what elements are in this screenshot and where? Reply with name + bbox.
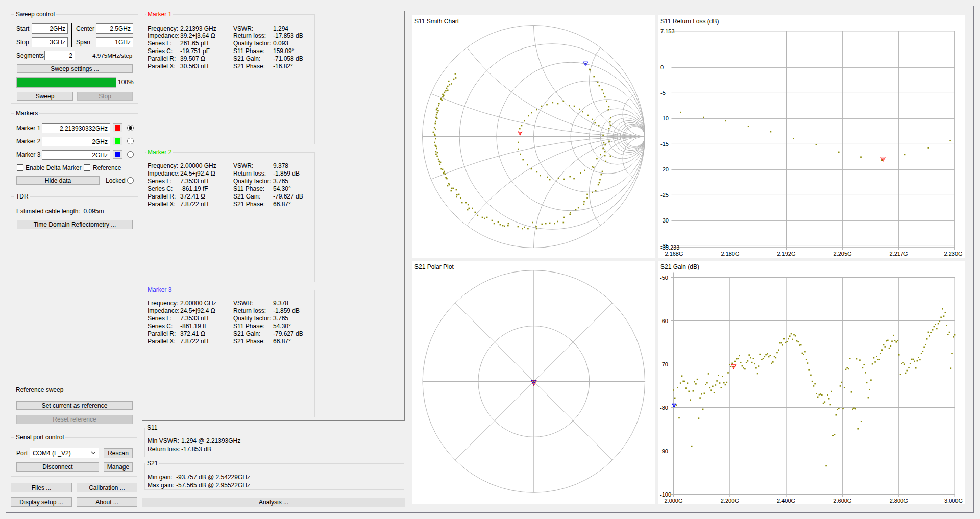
svg-text:-35.233: -35.233 xyxy=(660,244,679,251)
svg-text:3.000G: 3.000G xyxy=(944,497,963,503)
svg-text:-50: -50 xyxy=(660,274,668,280)
svg-text:-25: -25 xyxy=(660,192,669,198)
svg-text:-80: -80 xyxy=(660,404,668,410)
svg-text:2.192G: 2.192G xyxy=(777,251,795,257)
svg-text:2.800G: 2.800G xyxy=(890,497,908,503)
svg-text:2.200G: 2.200G xyxy=(721,497,739,503)
svg-text:2.230G: 2.230G xyxy=(944,251,963,257)
svg-text:7.153: 7.153 xyxy=(660,28,675,34)
svg-text:2.180G: 2.180G xyxy=(721,251,739,257)
svg-text:-5: -5 xyxy=(660,90,666,96)
svg-text:-70: -70 xyxy=(660,361,668,367)
svg-text:-100: -100 xyxy=(660,491,671,497)
svg-text:2.000G: 2.000G xyxy=(664,497,682,503)
svg-text:-20: -20 xyxy=(660,166,669,172)
svg-text:2.400G: 2.400G xyxy=(777,497,795,503)
svg-text:2.168G: 2.168G xyxy=(665,251,683,257)
svg-text:2.600G: 2.600G xyxy=(833,497,851,503)
svg-text:-10: -10 xyxy=(660,115,669,121)
svg-text:-15: -15 xyxy=(660,141,669,147)
svg-text:-90: -90 xyxy=(660,448,668,454)
svg-text:-30: -30 xyxy=(660,217,669,224)
svg-text:2.205G: 2.205G xyxy=(834,251,852,257)
svg-text:-60: -60 xyxy=(660,317,668,324)
svg-text:2.217G: 2.217G xyxy=(890,251,908,257)
svg-text:0: 0 xyxy=(660,64,664,70)
